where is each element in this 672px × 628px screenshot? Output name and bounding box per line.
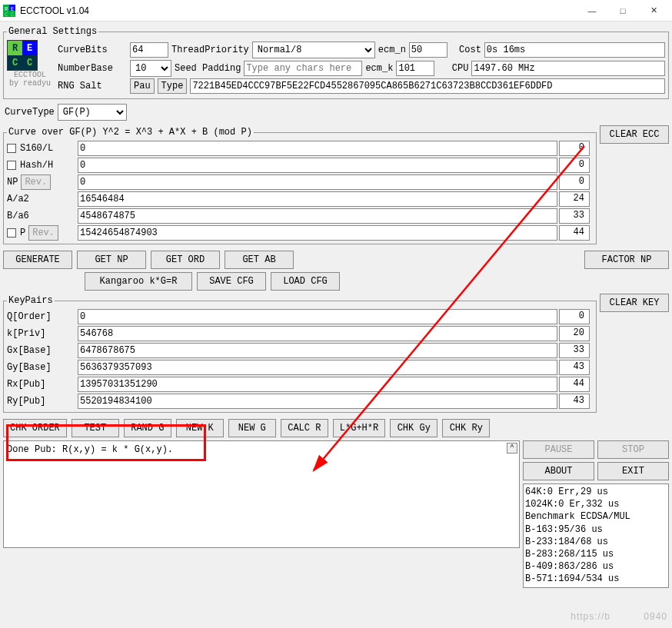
load-cfg-button[interactable]: LOAD CFG [271,272,340,291]
about-button[interactable]: ABOUT [523,462,594,480]
curve-row-label: Hash/H [7,160,76,171]
key-row-digits: 44 [559,377,590,392]
test-button[interactable]: TEST [72,419,119,437]
key-row-input[interactable] [78,377,557,392]
factor-np-button[interactable]: FACTOR NP [584,251,669,269]
new-g-button[interactable]: NEW G [228,419,276,437]
rev-button[interactable]: Rev. [28,225,58,241]
clear-ecc-button[interactable]: CLEAR ECC [600,125,669,144]
close-button[interactable]: ✕ [638,0,669,22]
curve-row-digits: 0 [559,158,590,173]
key-row-label: Ry[Pub] [7,396,76,407]
key-row-label: k[Priv] [7,328,76,339]
exit-button[interactable]: EXIT [597,462,669,480]
curve-row-checkbox[interactable] [7,144,16,153]
titlebar: RECC ECCTOOL v1.04 — □ ✕ [0,0,672,22]
key-row-digits: 43 [559,360,590,375]
get-ab-button[interactable]: GET AB [225,251,294,269]
app-logo: R E C C [7,40,38,71]
curve-row-label-text: A/a2 [7,194,29,204]
key-row-label: Gy[Base] [7,362,76,373]
get-np-button[interactable]: GET NP [77,251,146,269]
ecm-n-input[interactable] [409,42,447,58]
pause-button[interactable]: PAUSE [523,440,594,459]
key-row-input[interactable] [78,326,557,341]
threadpriority-select[interactable]: Normal/8 [252,42,375,58]
ecm-k-input[interactable] [396,61,434,76]
kangaroo-button[interactable]: Kangaroo k*G=R [85,272,192,291]
log-output: Done Pub: R(x,y) = k * G(x,y). ^ [3,440,520,548]
cost-label: Cost [451,45,481,55]
key-row-label: Q[Order] [7,311,76,322]
curve-row-label-text: NP [7,177,18,188]
threadpriority-label: ThreadPriority [171,45,249,55]
bench-line: B-409:863/286 us [525,560,667,573]
chk-order-button[interactable]: CHK ORDER [3,419,67,437]
curve-row-label-text: Hash/H [20,160,53,171]
get-ord-button[interactable]: GET ORD [151,251,220,269]
bench-line: B-283:268/115 us [525,548,667,560]
lg-hr-button[interactable]: L*G+H*R [333,419,385,437]
clear-key-button[interactable]: CLEAR KEY [600,294,669,312]
key-row-input[interactable] [78,343,557,358]
numberbase-select[interactable]: 10 [130,60,171,77]
chk-gy-button[interactable]: CHK Gy [390,419,437,437]
bench-line: B-233:184/68 us [525,536,667,548]
seedpadding-input[interactable] [244,61,362,76]
curve-group: Curve over GF(P) Y^2 = X^3 + A*X + B (mo… [3,127,597,244]
scroll-up-icon[interactable]: ^ [507,443,517,454]
curve-row-input[interactable] [78,174,557,190]
maximize-button[interactable]: □ [607,0,638,22]
numberbase-label: NumberBase [58,63,127,74]
benchmark-output: 64K:0 Err,29 us1024K:0 Er,332 usBenchmar… [523,483,669,588]
pause-salt-button[interactable]: Pau [130,78,155,94]
chk-ry-button[interactable]: CHK Ry [442,419,490,437]
curve-row-input[interactable] [78,225,557,241]
curve-row-input[interactable] [78,141,557,156]
watermark: https://b 0940 [571,611,667,622]
seedpadding-label: Seed Padding [175,63,241,74]
curve-row-label: B/a6 [7,211,76,221]
rngsalt-input[interactable] [190,78,665,94]
bench-line: Benchmark ECDSA/MUL [525,510,667,523]
curve-row-checkbox[interactable] [7,228,16,238]
minimize-button[interactable]: — [577,0,607,22]
curve-row-digits: 0 [559,174,590,190]
bench-line: B-163:95/36 us [525,523,667,536]
curvetype-select[interactable]: GF(P) [58,104,127,121]
curve-legend: Curve over GF(P) Y^2 = X^3 + A*X + B (mo… [7,127,254,138]
general-settings-group: General Settings R E C C ECCTOOL by read… [3,26,669,99]
curvetype-label: CurveType [5,107,55,118]
svg-text:C: C [5,12,8,17]
cpu-label: CPU [437,63,468,74]
curve-row-input[interactable] [78,158,557,173]
key-row-digits: 0 [559,309,590,324]
curve-row-input[interactable] [78,191,557,207]
logo-byline: by readyu [7,79,53,88]
key-row-input[interactable] [78,309,557,324]
curvebits-label: CurveBits [58,45,127,55]
type-salt-button[interactable]: Type [158,78,188,94]
cost-value [484,42,665,58]
rngsalt-label: RNG Salt [58,81,127,91]
save-cfg-button[interactable]: SAVE CFG [197,272,266,291]
curve-row-label: S160/L [7,143,76,154]
new-k-button[interactable]: NEW K [176,419,224,437]
curvebits-input[interactable] [130,42,168,58]
ecm-k-label: ecm_k [365,63,393,74]
rand-g-button[interactable]: RAND G [124,419,171,437]
rev-button[interactable]: Rev. [21,174,51,190]
generate-button[interactable]: GENERATE [3,251,72,269]
key-row-digits: 20 [559,326,590,341]
curve-row-label: A/a2 [7,194,76,204]
curve-row-label-text: B/a6 [7,211,29,221]
calc-r-button[interactable]: CALC R [281,419,328,437]
keypairs-group: KeyPairs Q[Order]0k[Priv]20Gx[Base]33Gy[… [3,295,597,413]
curve-row-input[interactable] [78,208,557,224]
stop-button[interactable]: STOP [597,440,669,459]
curve-row-checkbox[interactable] [7,161,16,170]
key-row-digits: 43 [559,394,590,409]
key-row-input[interactable] [78,394,557,409]
log-text: Done Pub: R(x,y) = k * G(x,y). [7,444,173,455]
key-row-input[interactable] [78,360,557,375]
